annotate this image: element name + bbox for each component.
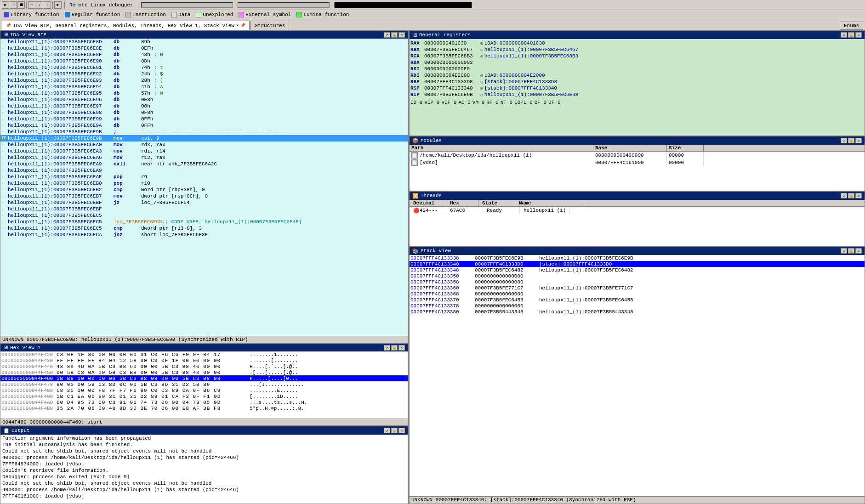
modules-lock-btn[interactable]: 🔒 [848,138,854,143]
threads-row[interactable]: 🔴 424---67AC6Readyhelloupx11 (1) [410,207,865,214]
threads-lock-btn[interactable]: 🔒 [848,193,854,198]
stack-row[interactable]: 00007FFF4C133340 00007FFF4C1333D0 [stack… [410,261,865,267]
modules-float-btn[interactable]: ↗ [841,138,847,143]
ida-row[interactable]: ·helloupx11_(1):00007F3B5FEC6EBFjzloc_7F… [0,199,408,206]
reg-detail[interactable]: [stack]:00007FFF4C1333D8 [484,79,557,85]
ida-row[interactable]: ·helloupx11_(1):00007F3B5FEC6EBF [0,206,408,212]
general-regs-close-btn[interactable]: ✕ [855,32,862,38]
tab-structures[interactable]: Structures [250,21,289,30]
tb-icon-4[interactable]: ↷ [28,1,35,9]
stack-close-btn[interactable]: ✕ [855,248,862,254]
hex-row[interactable]: 0000000000044F480 C8 25 00 00 F8 7F F7 F… [0,387,408,393]
ida-row[interactable]: ·helloupx11_(1):00007F3B5FEC6EC5 [0,212,408,219]
hex-row[interactable]: 0000000000044F430 FF FF FF FF 84 04 12 5… [0,357,408,363]
ida-row[interactable]: ·helloupx11_(1):00007F3B5FEC6E92db24h; $ [0,71,408,77]
output-lock-btn[interactable]: 🔒 [391,428,398,433]
tab-enums[interactable]: Enums [840,22,863,30]
ida-row[interactable]: ·helloupx11_(1):00007F3B5FEC6E94db41h; A [0,84,408,90]
hex-row[interactable]: 0000000000044F460 5B B8 10 00 00 00 5B C… [0,375,408,381]
threads-float-btn[interactable]: ↗ [841,193,847,198]
ida-row[interactable]: ·helloupx11_(1):00007F3B5FEC6EA9 [0,167,408,174]
reg-detail[interactable]: helloupx11_(1):00007F3B5FEC6467 [484,47,579,52]
reg-detail[interactable]: helloupx11_(1):00007F3B5FEC68B3 [484,53,579,59]
stack-row[interactable]: 00007FFF4C133368 0000000000000000 [410,291,865,297]
ida-row[interactable]: ·helloupx11_(1):00007F3B5FEC6EB2cmpword … [0,187,408,193]
hex-view-float-btn[interactable]: ↗ [384,345,390,351]
ida-row[interactable]: ·helloupx11_(1):00007F3B5FEC6E8Edb0EFh [0,45,408,51]
reg-value[interactable]: 00007F3B5FEC6467 [424,47,479,52]
ida-row[interactable]: ·helloupx11_(1):00007F3B5FEC6EA3movrdi, … [0,148,408,154]
ida-row[interactable]: ·helloupx11_(1):00007F3B5FEC6EAEpopr9 [0,174,408,180]
stack-float-btn[interactable]: ↗ [841,248,847,254]
reg-value[interactable]: 00007F3B5FEC6E9B [424,92,479,97]
ida-row[interactable]: ·helloupx11_(1):00007F3B5FEC6ECAjnzshort… [0,232,408,238]
reg-value[interactable]: 0000000000009E0 [424,66,479,72]
ida-row[interactable]: ·helloupx11_(1):00007F3B5FEC6E95db57h; W [0,90,408,96]
general-regs-float-btn[interactable]: ↗ [841,32,847,38]
reg-value[interactable]: 00000000401C30 [424,40,479,46]
tb-icon-2[interactable]: ⏸ [10,1,17,9]
ida-view-close-btn[interactable]: ✕ [398,32,405,38]
ida-row[interactable]: ·helloupx11_(1):00007F3B5FEC6EA0movrdx, … [0,142,408,148]
reg-detail[interactable]: LOAD:0000000004E2000 [484,73,545,78]
tb-icon-1[interactable]: ▶ [2,1,9,9]
stack-lock-btn[interactable]: 🔒 [848,248,854,254]
tb-icon-run[interactable]: ▶ [54,1,62,9]
ida-row[interactable]: ·helloupx11_(1):00007F3B5FEC6E91db74h; t [0,64,408,71]
hex-view-lock-btn[interactable]: 🔒 [391,345,398,351]
stack-row[interactable]: 00007FFF4C133378 0000000000000000 [410,303,865,309]
tab-main[interactable]: 📌 IDA View-RIP, General registers, Modul… [2,21,250,30]
ida-row[interactable]: ·helloupx11_(1):00007F3B5FEC6E99db0FFh [0,116,408,122]
modules-row[interactable]: 📄/home/kali/Desktop/ida/helloupx11 (1)00… [410,152,865,159]
tb-icon-3[interactable]: ⏹ [17,1,25,9]
ida-row[interactable]: IPhelloupx11_(1):00007F3B5FEC6E9Bmovesi,… [0,135,408,142]
ida-row[interactable]: ·helloupx11_(1):00007F3B5FEC6E90db8Dh [0,58,408,64]
tab-close-icon[interactable]: ✕ [236,23,239,28]
ida-row[interactable]: ·helloupx11_(1):00007F3B5FEC6EC5loc_7F3B… [0,219,408,225]
reg-detail[interactable]: helloupx11_(1):00007F3B5FEC6E9B [484,92,579,97]
modules-close-btn[interactable]: ✕ [855,138,862,143]
ida-view-lock-btn[interactable]: 🔒 [391,32,398,38]
tb-icon-6[interactable]: ↑ [44,1,51,9]
stack-row[interactable]: 00007FFF4C133358 0000000000000000 [410,279,865,285]
ida-row[interactable]: ·helloupx11_(1):00007F3B5FEC6E93db28h; ( [0,77,408,84]
ida-row[interactable]: ·helloupx11_(1):00007F3B5FEC6E97db00h [0,103,408,109]
ida-row[interactable]: ·helloupx11_(1):00007F3B5FEC6EA6movr12, … [0,154,408,161]
reg-value[interactable]: 00007FFF4C133340 [424,85,479,91]
reg-value[interactable]: 0000000004E2000 [424,73,479,78]
hex-row[interactable]: 0000000000044F4A0 00 D4 95 73 00 C3 81 0… [0,399,408,405]
ida-row[interactable]: ·helloupx11_(1):00007F3B5FEC6EA9callnear… [0,161,408,167]
stack-row[interactable]: 00007FFF4C133360 00007F3B5FE771C7 hellou… [410,285,865,291]
ida-row[interactable]: ·helloupx11_(1):00007F3B5FEC6E9Adb0FFh [0,122,408,129]
ida-row[interactable]: ·helloupx11_(1):00007F3B5FEC6EB0popr10 [0,180,408,187]
reg-detail[interactable]: [stack]:00007FFF4C133340 [484,85,557,91]
general-regs-lock-btn[interactable]: 🔒 [848,32,854,38]
hex-row[interactable]: 0000000000044F420 C3 0F 1F 80 00 00 00 0… [0,351,408,357]
hex-row[interactable]: 0000000000044F470 80 00 00 5B C3 8D 0C 0… [0,381,408,387]
output-close-btn[interactable]: ✕ [398,428,405,433]
threads-close-btn[interactable]: ✕ [855,193,862,198]
hex-row[interactable]: 0000000000044F450 00 5B C3 0A 00 5B C3 B… [0,369,408,375]
ida-view-float-btn[interactable]: ↗ [384,32,390,38]
reg-value[interactable]: 0000000000000003 [424,60,479,65]
hex-row[interactable]: 0000000000044F440 48 89 4D 0A 5B C3 B8 6… [0,363,408,369]
ida-row[interactable]: ·helloupx11_(1):00007F3B5FEC6E9B;-------… [0,129,408,135]
reg-value[interactable]: 00007FFF4C1333D8 [424,79,479,85]
output-content[interactable]: Function argument information has been p… [0,435,408,504]
ida-row[interactable]: ·helloupx11_(1):00007F3B5FEC6EB7movdword… [0,193,408,199]
reg-value[interactable]: 00007F3B5FEC68B3 [424,53,479,59]
hex-row[interactable]: 0000000000044F490 5B C1 EA 06 89 31 D1 3… [0,393,408,399]
hex-row[interactable]: 0000000000044F4B0 35 2A 70 06 00 48 8D 3… [0,405,408,411]
hex-content[interactable]: 0000000000044F420 C3 0F 1F 80 00 00 00 0… [0,351,408,419]
output-float-btn[interactable]: ↗ [384,428,390,433]
ida-row[interactable]: ·helloupx11_(1):00007F3B5FEC6E8Fdb48h; H [0,51,408,58]
stack-row[interactable]: 00007FFF4C133338 00007F3B5FEC6E9B hellou… [410,255,865,261]
stack-content[interactable]: 00007FFF4C133338 00007F3B5FEC6E9B hellou… [410,255,865,496]
reg-detail[interactable]: LOAD:000000000401C30 [484,40,545,46]
ida-row[interactable]: ·helloupx11_(1):00007F3B5FEC6E96db0E8h [0,96,408,103]
stack-row[interactable]: 00007FFF4C133370 00007F3B5FEC6455 hellou… [410,297,865,303]
ida-row[interactable]: ·helloupx11_(1):00007F3B5FEC6E98db0F8h [0,109,408,116]
ida-row[interactable]: ·helloupx11_(1):00007F3B5FEC6EC5cmpdword… [0,225,408,232]
hex-view-close-btn[interactable]: ✕ [398,345,405,351]
stack-row[interactable]: 00007FFF4C133350 0000000000000000 [410,273,865,279]
